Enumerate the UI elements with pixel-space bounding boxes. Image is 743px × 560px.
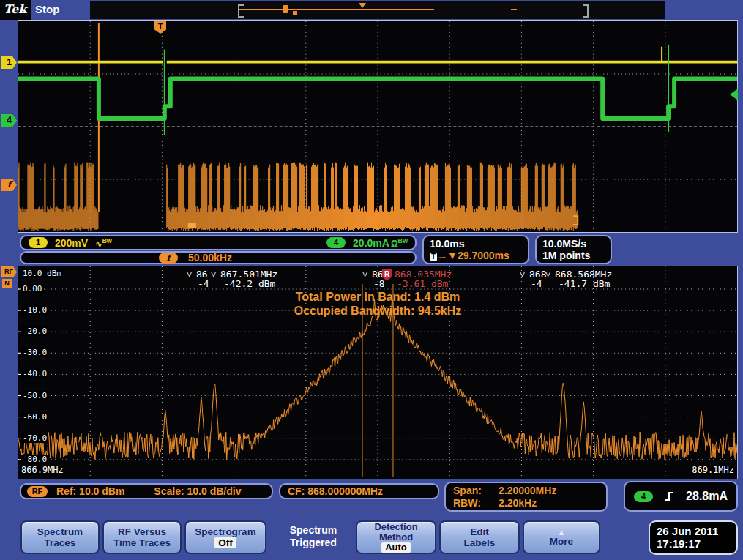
button-spectrum-traces[interactable]: SpectrumTraces bbox=[20, 520, 100, 554]
ch4-badge-icon: 4 bbox=[326, 237, 346, 248]
button-more[interactable]: ▲ More bbox=[523, 520, 600, 554]
record-window-right-bracket[interactable] bbox=[583, 4, 589, 18]
channel-readout-box: 1 200mV ∿Bw 4 20.0mA ΩBw bbox=[20, 235, 417, 250]
rbw-value: 2.20kHz bbox=[499, 497, 556, 509]
rising-edge-icon bbox=[663, 490, 675, 502]
bandwidth-limit-icon: Bw bbox=[398, 237, 408, 244]
bandwidth-limit-icon: Bw bbox=[102, 237, 112, 244]
time-domain-plot bbox=[18, 21, 737, 232]
occupied-bandwidth-text: Occupied Bandwidth: 94.5kHz bbox=[294, 304, 461, 318]
span-rbw-box: Span: 2.20000MHz RBW: 2.20kHz bbox=[444, 482, 608, 512]
spectrogram-state: Off bbox=[214, 537, 236, 548]
y-axis-label: -70.0 bbox=[21, 433, 48, 443]
rf-time-badge[interactable]: f bbox=[1, 179, 17, 191]
marker-triangle-icon: ▽ bbox=[362, 269, 367, 279]
timebase-scale: 10.0ms bbox=[430, 238, 464, 250]
record-window-left-bracket[interactable] bbox=[238, 4, 244, 18]
record-trigger-marker bbox=[283, 5, 288, 13]
record-length: 1M points bbox=[542, 250, 590, 261]
y-axis-label: -20.0 bbox=[21, 326, 48, 336]
marker-amplitude: -41.7 dBm bbox=[559, 279, 610, 288]
vertical-scale: Scale: 10.0 dB/div bbox=[154, 485, 241, 497]
rbw-label: RBW: bbox=[453, 497, 499, 509]
record-event-square bbox=[293, 11, 297, 15]
ref-level: Ref: 10.0 dBm bbox=[56, 485, 124, 497]
ohm-icon: Ω bbox=[391, 239, 398, 249]
stop-frequency-label: 869.1MHz bbox=[691, 466, 735, 475]
button-spectrogram[interactable]: SpectrogramOff bbox=[184, 520, 266, 554]
button-edit-labels[interactable]: EditLabels bbox=[439, 520, 520, 554]
rf-badge-icon: RF bbox=[27, 486, 48, 497]
timebase-readout-box: 10.0ms T→▼29.7000ms bbox=[422, 235, 529, 264]
button-rf-versus-time-traces[interactable]: RF VersusTime Traces bbox=[102, 520, 182, 554]
record-readout-box: 10.0MS/s 1M points bbox=[535, 235, 612, 264]
sample-rate: 10.0MS/s bbox=[542, 238, 586, 250]
y-axis-label: -10.0 bbox=[21, 305, 48, 315]
span-label: Span: bbox=[453, 485, 499, 496]
trigger-delay-value: 29.7000ms bbox=[458, 250, 509, 261]
spectrum-window: 10.0 dBm0.00-10.0-20.0-30.0-40.0-50.0-60… bbox=[18, 266, 738, 479]
marker-triangle-icon: ▽ bbox=[211, 269, 216, 279]
trigger-t-icon: T bbox=[430, 253, 437, 261]
y-axis-label: 0.00 bbox=[21, 284, 44, 294]
y-axis-label: -60.0 bbox=[21, 412, 48, 422]
start-frequency-label: 866.9MHz bbox=[20, 466, 64, 475]
acquisition-status: Stop bbox=[35, 3, 59, 15]
date-text: 26 Jun 2011 bbox=[657, 525, 736, 537]
ac-coupling-icon: ∿ bbox=[95, 239, 102, 247]
record-view-bar[interactable] bbox=[90, 1, 665, 19]
up-arrow-icon: ▲ bbox=[558, 529, 566, 536]
trigger-level-value: 28.8mA bbox=[686, 490, 728, 503]
ch4-scale: 20.0mA bbox=[353, 237, 389, 249]
record-trace-dash bbox=[511, 9, 517, 10]
rf-normal-trace-badge: N bbox=[2, 279, 12, 288]
marker-amplitude: -42.2 dBm bbox=[224, 279, 275, 288]
time-text: 17:19:17 bbox=[657, 537, 736, 550]
record-trace-line bbox=[239, 9, 434, 10]
time-domain-window bbox=[18, 20, 738, 233]
oscilloscope-screen: Tek Stop T 1 4 f 1 200mV ∿Bw 4 20.0mA ΩB… bbox=[0, 0, 743, 560]
channel1-badge[interactable]: 1 bbox=[1, 56, 17, 69]
total-power-text: Total Power in Band: 1.4 dBm bbox=[294, 290, 461, 304]
y-axis-label: 10.0 dBm bbox=[21, 269, 63, 278]
band-power-annotation: Total Power in Band: 1.4 dBm Occupied Ba… bbox=[294, 290, 461, 318]
delay-arrows-icon: →▼ bbox=[437, 250, 458, 261]
rf-scale-readout-box: RF Ref: 10.0 dBm Scale: 10.0 dB/div bbox=[20, 483, 273, 499]
spectrum-triggered-label: SpectrumTriggered bbox=[274, 524, 353, 549]
y-axis-label: -50.0 bbox=[21, 391, 48, 400]
detection-method-state: Auto bbox=[381, 542, 411, 553]
marker-triangle-icon: ▽ bbox=[187, 269, 192, 279]
ch1-badge-icon: 1 bbox=[29, 237, 48, 248]
trigger-source-badge-icon: 4 bbox=[634, 491, 653, 502]
button-detection-method[interactable]: DetectionMethod Auto bbox=[356, 520, 436, 554]
y-axis-label: -40.0 bbox=[21, 369, 48, 378]
f-badge-icon: f bbox=[159, 253, 178, 264]
channel4-badge[interactable]: 4 bbox=[1, 114, 17, 127]
span-value: 2.20000MHz bbox=[499, 485, 556, 496]
marker-triangle-icon: ▽ bbox=[520, 269, 525, 279]
marker-triangle-icon: ▽ bbox=[545, 269, 550, 279]
rf-freq-readout-box: f 50.00kHz bbox=[20, 251, 417, 264]
marker-amplitude: -3.61 dBm bbox=[397, 279, 448, 288]
tek-logo: Tek bbox=[4, 2, 26, 16]
rf-channel-badge[interactable]: RF bbox=[1, 266, 17, 277]
y-axis-label: -30.0 bbox=[21, 348, 48, 357]
center-frequency: CF: 868.000000MHz bbox=[288, 485, 383, 497]
center-frequency-box: CF: 868.000000MHz bbox=[279, 483, 439, 499]
ch1-scale: 200mV bbox=[55, 237, 88, 249]
trigger-readout-box: 4 28.8mA bbox=[624, 481, 738, 512]
rf-frequency-value: 50.00kHz bbox=[188, 252, 232, 264]
y-axis-label: -80.0 bbox=[21, 455, 48, 464]
datetime-display: 26 Jun 2011 17:19:17 bbox=[649, 520, 738, 555]
record-position-triangle-icon[interactable] bbox=[359, 3, 366, 8]
